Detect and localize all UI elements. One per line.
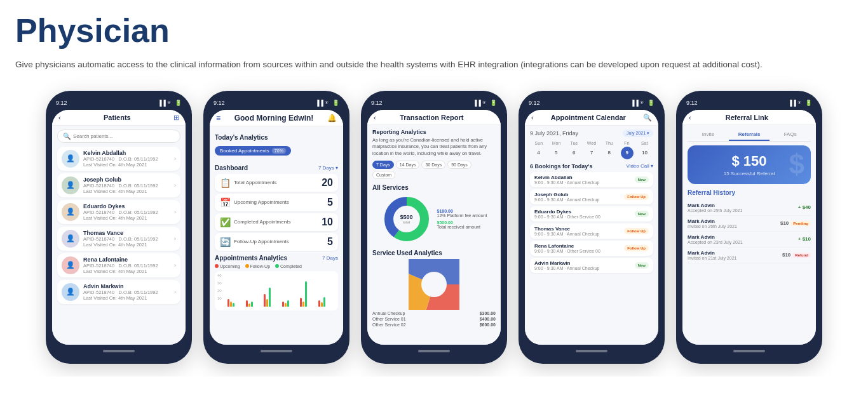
analytics-title: Today's Analytics	[215, 134, 338, 141]
booking-item[interactable]: Joseph Golub 9:00 - 9:30 AM · Annual Che…	[530, 189, 653, 204]
chart-legend: Upcoming Follow-Up Completed	[215, 264, 338, 269]
cal-day-7[interactable]: 7	[585, 147, 598, 159]
notification-icon[interactable]: 🔔	[327, 114, 337, 123]
booking-item[interactable]: Kelvin Abdallah 9:00 - 9:30 AM · Annual …	[530, 172, 653, 187]
patient-item[interactable]: 👤 Rena Lafontaine APID-5218740 D.O.B: 05…	[57, 253, 180, 277]
chevron-icon: ›	[174, 156, 176, 162]
phone-calendar: 9:12 ▐▐ ᯤ 🔋 ‹ Appointment Calendar 🔍 9 J…	[519, 91, 665, 364]
phone-notch	[576, 100, 607, 109]
cal-day-10[interactable]: 10	[639, 147, 651, 159]
booking-name: Joseph Golub	[534, 192, 624, 197]
greeting-title: Good Morning Edwin!	[234, 114, 314, 123]
cal-day-8[interactable]: 8	[603, 147, 616, 159]
patient-info: Advin Markwin APID-5218740 D.O.B: 05/11/…	[83, 283, 170, 301]
phone-notch	[103, 100, 135, 109]
analytics-section-header: Appointments Analytics 7 Days	[215, 255, 338, 262]
patient-info: Rena Lafontaine APID-5218740 D.O.B: 05/1…	[83, 256, 170, 274]
service-3-value: $600.00	[480, 323, 496, 327]
check-icon: ✅	[220, 217, 231, 227]
patient-meta: APID-5218740 D.O.B: 05/11/1992	[83, 183, 170, 189]
patients-content: 🔍 👤 Kelvin Abdallah APID-5218740 D.O.B: …	[52, 126, 186, 345]
cal-day-9-today[interactable]: 9	[621, 147, 634, 159]
cal-day-5[interactable]: 5	[550, 147, 562, 159]
calendar-date-header: 9 July 2021, Friday July 2021 ▾	[530, 130, 653, 137]
referral-header: ‹ Referral Link	[682, 110, 816, 125]
patient-item[interactable]: 👤 Advin Markwin APID-5218740 D.O.B: 05/1…	[57, 280, 180, 304]
back-icon[interactable]: ‹	[374, 114, 376, 121]
calendar-grid: Sun Mon Tue Wed Thu Fri Sat 4 5 6 7 8	[530, 141, 653, 159]
filter-custom[interactable]: Custom	[372, 171, 395, 179]
back-icon[interactable]: ‹	[531, 114, 534, 121]
filter-90days[interactable]: 90 Days	[447, 161, 471, 169]
tab-faqs[interactable]: FAQs	[770, 129, 811, 141]
ref-name: Mark Advin	[688, 203, 798, 208]
ref-item-info: Mark Advin Invited on 21st July 2021	[688, 250, 782, 260]
month-selector[interactable]: July 2021 ▾	[623, 130, 653, 137]
dollar-bg-icon: $	[789, 149, 804, 180]
period-select[interactable]: 7 Days ▾	[318, 165, 338, 171]
patient-item[interactable]: 👤 Joseph Golub APID-5218740 D.O.B: 05/11…	[57, 173, 180, 197]
page-title: Physician	[15, 13, 853, 49]
home-bar	[733, 350, 765, 352]
legend-completed: Completed	[275, 264, 302, 269]
cal-day-6[interactable]: 6	[567, 147, 580, 159]
service-2-label: Other Service 01	[372, 317, 406, 321]
booking-time: 9:00 - 9:30 AM · Annual Checkup	[534, 232, 624, 236]
callout-total: $500.00 Total received amount	[437, 220, 487, 229]
back-icon[interactable]: ‹	[58, 114, 61, 121]
patient-item[interactable]: 👤 Kelvin Abdallah APID-5218740 D.O.B: 05…	[57, 147, 180, 171]
search-input[interactable]	[73, 133, 175, 139]
booked-appointments-tab[interactable]: Booked Appointments 70%	[215, 146, 291, 156]
booking-info: Eduardo Dykes 9:00 - 9:30 AM · Other Ser…	[534, 209, 635, 219]
stat-label: 📅Upcoming Appointments	[220, 197, 289, 208]
patient-name: Advin Markwin	[83, 283, 170, 289]
legend-upcoming: Upcoming	[215, 264, 240, 269]
filter-30days[interactable]: 30 Days	[421, 161, 445, 169]
booking-name: Advin Markwin	[534, 260, 635, 266]
booking-item[interactable]: Eduardo Dykes 9:00 - 9:30 AM · Other Ser…	[530, 206, 653, 222]
booking-item[interactable]: Advin Markwin 9:00 - 9:30 AM · Annual Ch…	[530, 258, 653, 273]
status-icons: ▐▐ ᯤ 🔋	[158, 100, 182, 106]
menu-icon[interactable]: ≡	[216, 114, 220, 123]
patient-item[interactable]: 👤 Thomas Vance APID-5218740 D.O.B: 05/11…	[57, 227, 180, 251]
transaction-title: Transaction Report	[400, 114, 463, 121]
ref-date: Invited on 21st July 2021	[688, 256, 782, 260]
booking-item[interactable]: Thomas Vance 9:00 - 9:30 AM · Annual Che…	[530, 223, 653, 239]
search-icon[interactable]: 🔍	[643, 114, 652, 122]
tab-invite[interactable]: Invite	[688, 129, 729, 141]
ref-name: Mark Advin	[688, 250, 782, 256]
total-appointments-stat: 📋Total Appointments 20	[215, 174, 338, 192]
patient-meta: APID-5218740 D.O.B: 05/11/1992	[83, 210, 170, 215]
booking-time: 9:00 - 9:30 AM · Other Service 00	[534, 249, 624, 253]
patient-last-visit: Last Visited On: 4th May 2021	[83, 189, 170, 194]
booking-item[interactable]: Rena Lafontaine 9:00 - 9:30 AM · Other S…	[530, 241, 653, 256]
dashboard-label: Dashboard	[215, 164, 248, 171]
upcoming-appointments-value: 5	[327, 197, 333, 208]
day-wed: Wed	[583, 141, 600, 145]
back-icon[interactable]: ‹	[689, 114, 691, 121]
chevron-icon: ›	[174, 209, 176, 215]
cal-day-4[interactable]: 4	[532, 147, 545, 159]
booked-percentage: 70%	[272, 148, 286, 154]
reporting-desc: As long as you're Canadian-licensed and …	[372, 137, 496, 157]
search-bar[interactable]: 🔍	[57, 130, 180, 143]
filter-7days[interactable]: 7 Days	[372, 161, 394, 169]
calendar-title: Appointment Calendar	[551, 114, 626, 121]
service-3-label: Other Service 02	[372, 323, 406, 327]
day-tue: Tue	[565, 141, 583, 145]
patient-item[interactable]: 👤 Eduardo Dykes APID-5218740 D.O.B: 05/1…	[57, 200, 180, 224]
pie-svg	[409, 259, 459, 310]
patient-name: Thomas Vance	[83, 230, 170, 236]
analytics-period[interactable]: 7 Days	[322, 255, 338, 261]
tab-referrals[interactable]: Referrals	[729, 129, 770, 141]
home-bar	[103, 350, 135, 352]
referral-amount: $ 150	[695, 153, 803, 170]
service-analytics-title: Service Used Analytics	[372, 249, 496, 256]
days-header: Sun Mon Tue Wed Thu Fri Sat	[530, 141, 653, 145]
filter-14days[interactable]: 14 Days	[396, 161, 420, 169]
filter-icon[interactable]: ⊞	[173, 114, 179, 122]
donut-chart: $500 total	[381, 194, 432, 244]
service-1-label: Annual Checkup	[372, 311, 405, 316]
callout-total-value: $500.00	[437, 220, 453, 225]
video-call-filter[interactable]: Video Call ▾	[626, 163, 653, 170]
